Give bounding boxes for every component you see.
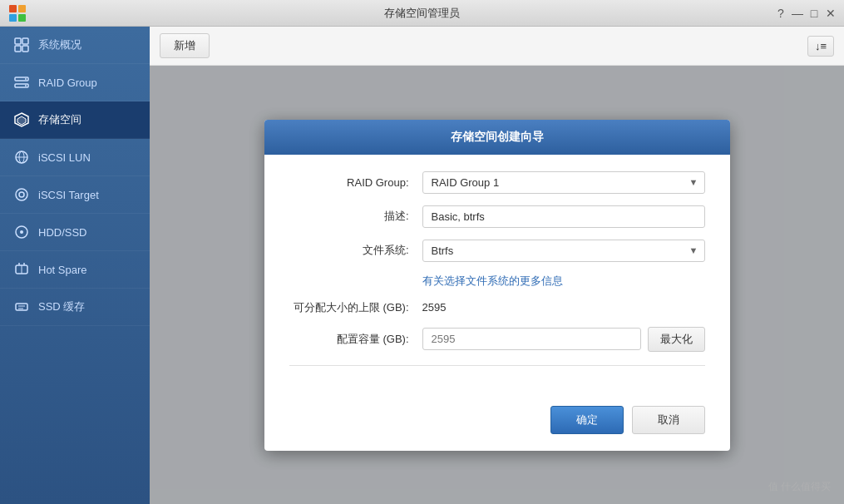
allocated-size-row: 配置容量 (GB): 最大化 bbox=[289, 327, 705, 352]
sidebar-label-system-overview: 系统概况 bbox=[38, 37, 81, 52]
filesystem-info-link[interactable]: 有关选择文件系统的更多信息 bbox=[422, 274, 563, 289]
sidebar-item-hot-spare[interactable]: Hot Spare bbox=[0, 251, 150, 289]
dialog-body: RAID Group: RAID Group 1 RAID Group 2 ▼ bbox=[264, 155, 730, 396]
sidebar-label-hot-spare: Hot Spare bbox=[38, 264, 87, 276]
window-controls: ? — □ ✕ bbox=[774, 7, 837, 20]
sidebar-label-hdd-ssd: HDD/SSD bbox=[38, 226, 87, 239]
filesystem-row: 文件系统: Btrfs ext4 ▼ bbox=[289, 240, 705, 262]
sort-button[interactable]: ↓≡ bbox=[807, 36, 834, 57]
description-control bbox=[422, 205, 705, 228]
svg-rect-2 bbox=[9, 14, 17, 22]
sidebar-label-iscsi-target: iSCSI Target bbox=[38, 189, 99, 201]
description-input[interactable] bbox=[422, 205, 705, 228]
allocated-size-input[interactable] bbox=[422, 328, 641, 350]
max-size-control: 2595 bbox=[422, 301, 705, 314]
storage-icon bbox=[13, 111, 30, 128]
dialog-divider bbox=[289, 365, 705, 366]
sidebar-item-raid-group[interactable]: RAID Group bbox=[0, 64, 150, 101]
svg-rect-6 bbox=[15, 46, 21, 52]
info-link-control: 有关选择文件系统的更多信息 bbox=[422, 274, 705, 289]
allocated-size-control: 最大化 bbox=[422, 327, 705, 352]
svg-point-11 bbox=[25, 85, 27, 86]
svg-rect-1 bbox=[18, 5, 26, 12]
raid-group-label: RAID Group: bbox=[289, 176, 422, 189]
filesystem-select[interactable]: Btrfs ext4 bbox=[422, 240, 705, 262]
max-size-label: 可分配大小的上限 (GB): bbox=[289, 300, 422, 315]
new-button[interactable]: 新增 bbox=[160, 33, 210, 58]
title-bar: 存储空间管理员 ? — □ ✕ bbox=[0, 0, 844, 27]
dialog-title: 存储空间创建向导 bbox=[451, 130, 544, 143]
svg-rect-3 bbox=[18, 14, 26, 22]
target-icon bbox=[13, 186, 30, 203]
maximize-button[interactable]: 最大化 bbox=[648, 327, 705, 352]
main-layout: 系统概况 RAID Group 存储空间 bbox=[0, 27, 844, 504]
svg-rect-0 bbox=[9, 5, 17, 12]
content-area: 新增 ↓≡ 存储空间创建向导 bbox=[150, 27, 844, 504]
svg-rect-7 bbox=[22, 46, 28, 52]
sidebar-item-storage-space[interactable]: 存储空间 bbox=[0, 101, 150, 139]
app-title: 存储空间管理员 bbox=[384, 6, 460, 21]
sidebar-label-storage-space: 存储空间 bbox=[38, 112, 81, 127]
svg-point-18 bbox=[19, 192, 24, 197]
content-body: 存储空间创建向导 RAID Group: RAID Group 1 bbox=[150, 66, 844, 504]
info-link-row: 有关选择文件系统的更多信息 bbox=[289, 274, 705, 289]
allocated-size-label: 配置容量 (GB): bbox=[289, 332, 422, 347]
sort-icon: ↓≡ bbox=[815, 40, 827, 52]
svg-rect-5 bbox=[22, 38, 28, 44]
svg-point-17 bbox=[16, 189, 27, 200]
sidebar-item-system-overview[interactable]: 系统概况 bbox=[0, 27, 150, 64]
svg-rect-25 bbox=[16, 304, 27, 310]
filesystem-select-wrapper: Btrfs ext4 ▼ bbox=[422, 240, 705, 262]
cache-icon bbox=[13, 299, 30, 315]
confirm-button[interactable]: 确定 bbox=[550, 406, 624, 434]
sidebar-item-hdd-ssd[interactable]: HDD/SSD bbox=[0, 214, 150, 251]
grid-icon bbox=[13, 37, 30, 53]
create-storage-dialog: 存储空间创建向导 RAID Group: RAID Group 1 bbox=[264, 120, 730, 451]
maximize-icon[interactable]: □ bbox=[807, 7, 821, 20]
minimize-icon[interactable]: — bbox=[791, 7, 804, 20]
dialog-footer: 确定 取消 bbox=[264, 396, 730, 451]
description-row: 描述: bbox=[289, 205, 705, 228]
raid-icon bbox=[13, 74, 30, 91]
raid-group-control: RAID Group 1 RAID Group 2 ▼ bbox=[422, 171, 705, 194]
help-icon[interactable]: ? bbox=[774, 7, 787, 20]
sidebar-item-iscsi-lun[interactable]: iSCSI LUN bbox=[0, 139, 150, 176]
raid-group-select[interactable]: RAID Group 1 RAID Group 2 bbox=[422, 171, 705, 194]
toolbar: 新增 ↓≡ bbox=[150, 27, 844, 66]
svg-point-10 bbox=[25, 78, 27, 80]
description-label: 描述: bbox=[289, 209, 422, 224]
sidebar: 系统概况 RAID Group 存储空间 bbox=[0, 27, 150, 504]
app-logo bbox=[8, 4, 27, 22]
max-size-row: 可分配大小的上限 (GB): 2595 bbox=[289, 300, 705, 315]
dialog-header: 存储空间创建向导 bbox=[264, 120, 730, 155]
svg-rect-4 bbox=[15, 38, 21, 44]
sidebar-label-ssd-cache: SSD 缓存 bbox=[38, 299, 85, 314]
filesystem-label: 文件系统: bbox=[289, 243, 422, 258]
raid-group-select-wrapper: RAID Group 1 RAID Group 2 ▼ bbox=[422, 171, 705, 194]
sidebar-item-ssd-cache[interactable]: SSD 缓存 bbox=[0, 289, 150, 326]
max-size-value: 2595 bbox=[422, 301, 447, 314]
toolbar-right: ↓≡ bbox=[807, 36, 834, 57]
sidebar-item-iscsi-target[interactable]: iSCSI Target bbox=[0, 176, 150, 214]
svg-point-20 bbox=[20, 230, 23, 234]
cancel-button[interactable]: 取消 bbox=[632, 406, 705, 434]
close-icon[interactable]: ✕ bbox=[824, 7, 837, 20]
disk-icon bbox=[13, 224, 30, 240]
spare-icon bbox=[13, 261, 30, 278]
lun-icon bbox=[13, 149, 30, 166]
sidebar-label-iscsi-lun: iSCSI LUN bbox=[38, 151, 91, 164]
sidebar-label-raid-group: RAID Group bbox=[38, 77, 97, 89]
raid-group-row: RAID Group: RAID Group 1 RAID Group 2 ▼ bbox=[289, 171, 705, 194]
svg-marker-13 bbox=[17, 116, 26, 125]
filesystem-control: Btrfs ext4 ▼ bbox=[422, 240, 705, 262]
modal-overlay: 存储空间创建向导 RAID Group: RAID Group 1 bbox=[150, 66, 844, 504]
